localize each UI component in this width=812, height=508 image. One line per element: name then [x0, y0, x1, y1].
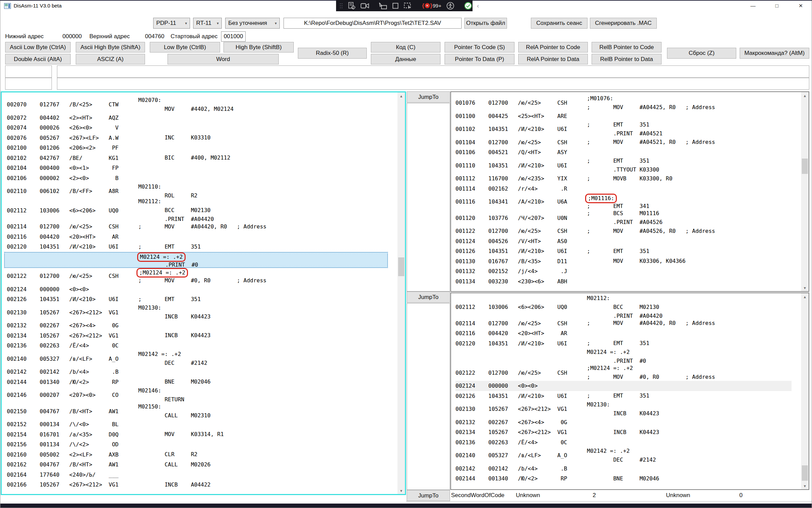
listing-row[interactable]: 002074000026<26><0>V	[7, 123, 397, 133]
listing-row[interactable]: 002140005327/в/<LF>A_OM02142 =: .+2 DEC …	[455, 447, 800, 464]
listing-row[interactable]: 002130105267<267><212>VG1M02130: INCB K0…	[455, 401, 800, 417]
listing-row[interactable]: 002142002142/b/<4>.B	[7, 367, 397, 377]
cpu-select[interactable]: PDP-11▾	[153, 18, 190, 29]
generate-mac-button[interactable]: Сгенерировать .MAC	[590, 18, 657, 29]
listing-row[interactable]: 001134003230<230><6>ABH	[455, 277, 800, 287]
region-icon[interactable]	[392, 2, 399, 9]
listing-row[interactable]: 002124000000<0><0>	[455, 381, 792, 391]
listing-row[interactable]: 002156001134/\/<2>OD	[7, 439, 397, 450]
scroll-up-icon[interactable]: ▲	[801, 92, 809, 99]
listing-row[interactable]: 002120104351/И/<210>U6I; EMT 351	[7, 242, 397, 252]
main-listing-panel[interactable]: 002070012767/B/<25>CTWM02070: MOV #4402,…	[1, 91, 406, 495]
rela-pointer-to-code-button[interactable]: RelA Pointer to Code	[518, 42, 588, 53]
listing-row[interactable]: 001100004425<25><HT>ARE	[455, 111, 800, 121]
listing-row[interactable]: 002100001206<206><2>PF	[7, 143, 397, 153]
high-byte-button[interactable]: High Byte (ShiftB)	[223, 42, 294, 53]
listing-row[interactable]: 002132002267<267><4>0G	[455, 417, 800, 428]
rela-pointer-to-data-button[interactable]: RelA Pointer to Data	[518, 54, 588, 64]
listing-row[interactable]: 001076012700/ю/<25>CSH;M01076:; MOV #A04…	[455, 95, 800, 111]
close-button[interactable]: ✕	[789, 0, 812, 11]
scroll-down-icon[interactable]: ▼	[397, 487, 405, 494]
scroll-up-icon[interactable]: ▲	[801, 293, 809, 300]
listing-row[interactable]: 002120104351/И/<210>U6I; EMT 351	[455, 339, 800, 349]
main-listing-scrollbar[interactable]: ▲ ▼	[397, 92, 405, 494]
listing-row[interactable]: 002122012700/ю/<25>CSH;M02124 =: .+2; MO…	[455, 365, 800, 381]
collapse-chevron-icon[interactable]: ‹	[477, 2, 479, 10]
listing-row[interactable]: 002134105267<267><212>VG1 INCB K04423	[7, 331, 397, 341]
ascii-low-byte-button[interactable]: Ascii Low Byte (CtrlA)	[5, 42, 71, 53]
low-byte-button[interactable]: Low Byte (CtrlB)	[150, 42, 220, 53]
pointer-to-code-button[interactable]: Pointer To Code (S)	[445, 42, 514, 53]
listing-row[interactable]: 001130016767/B/<35>D11 MOV K03306, K0436…	[455, 256, 800, 267]
jumpto-list-middle[interactable]	[407, 303, 450, 490]
listing-row[interactable]: 002166105267<267><212>VG1 INCB A04422	[7, 480, 397, 490]
scroll-down-icon[interactable]: ▼	[801, 482, 809, 489]
listing-row[interactable]: 002104000400<0><1>FP	[7, 163, 397, 173]
listing-row[interactable]: 002136002263/Ё/<4>0C	[7, 341, 397, 351]
listing-row[interactable]: 002144001340/Ю/<2>RP BNE M02046	[7, 377, 397, 387]
jumpto-button-middle[interactable]: JumpTo	[407, 292, 450, 303]
listing-row[interactable]: 001102104351/И/<210>U6I; EMT 351 .PRINT …	[455, 121, 800, 137]
listing-row[interactable]: 001112116700/ю/<235>YIX; MOVB K03300, R0	[455, 174, 800, 184]
camera-icon[interactable]	[361, 3, 369, 9]
listing-row[interactable]: 002126104351/И/<210>U6I; EMT 351	[7, 294, 397, 304]
listing-row[interactable]: 002140005327/в/<LF>A_OM02142 =: .+2 DEC …	[7, 351, 397, 367]
listing-row[interactable]: 001116104341/А/<210>U6A;M01116:; EMT 341	[455, 194, 800, 210]
listing-row[interactable]: 002106000002<2><0>B	[7, 173, 397, 183]
reset-button[interactable]: Сброс (Z)	[667, 48, 736, 59]
asciz-button[interactable]: ASCIZ (A)	[76, 54, 145, 64]
listing-row[interactable]: 001106004521/Q/<HT>ASY	[455, 147, 800, 158]
listing-row[interactable]: 001124004526/V/<HT>AS0	[455, 236, 800, 246]
scrollbar-thumb[interactable]	[802, 159, 808, 174]
reference-listing-panel-bottom[interactable]: 002112103006<6><206>UQ0M02112: BCC M0213…	[450, 293, 809, 490]
os-select[interactable]: RT-11▾	[193, 18, 222, 29]
listing-row[interactable]: 001132002152/j/<4>.J	[455, 266, 800, 277]
jumpto-button-top[interactable]: JumpTo	[407, 91, 450, 103]
check-icon[interactable]	[464, 2, 472, 10]
listing-row[interactable]: 002102042767/BE/KG1 BIC #400, M02112	[7, 153, 397, 163]
listing-row[interactable]: 002136002263/Ё/<4>0C	[455, 437, 800, 448]
double-ascii-button[interactable]: Double Ascii (AltA)	[5, 54, 71, 64]
reference-top-scrollbar[interactable]: ▲ ▼	[801, 92, 809, 291]
code-button[interactable]: Код (C)	[371, 42, 440, 53]
ascii-high-byte-button[interactable]: Ascii High Byte (ShiftA)	[76, 42, 145, 53]
open-file-button[interactable]: Открыть файл	[464, 18, 507, 29]
reference-bottom-scrollbar[interactable]: ▲ ▼	[801, 293, 809, 489]
jumpto-list-top[interactable]	[407, 103, 450, 292]
jumpto-button-bottom[interactable]: JumpTo	[407, 490, 450, 501]
start-address-input[interactable]: 001000	[221, 31, 246, 42]
scrollbar-thumb[interactable]	[398, 257, 404, 276]
accessibility-icon[interactable]	[446, 2, 454, 10]
listing-row[interactable]: 002114012700/ю/<25>CSH; MOV #A04420, R0 …	[7, 222, 397, 232]
maximize-button[interactable]: □	[765, 0, 789, 11]
cursor-select-icon[interactable]	[379, 2, 387, 10]
listing-row[interactable]: 002124000000<0><0>	[7, 284, 397, 295]
listing-row[interactable]: 002114012700/ю/<25>CSH; MOV #A04420, R0 …	[455, 318, 800, 329]
refine-select[interactable]: Без уточнения▾	[225, 18, 280, 29]
relb-pointer-to-code-button[interactable]: RelB Pointer to Code	[592, 42, 662, 53]
listing-row[interactable]: 002142002142/b/<4>.B	[455, 464, 800, 474]
listing-row[interactable]: 002152000134/\/<0>BL	[7, 419, 397, 430]
data-button[interactable]: Данные	[371, 54, 440, 64]
pointer-to-data-button[interactable]: Pointer To Data (P)	[445, 54, 514, 64]
listing-row[interactable]: 001104012700/ю/<25>CSH; MOV #A04521, R0 …	[455, 137, 800, 148]
listing-row[interactable]: 002162004767/B/<HT>AW1 CALL M02026	[7, 460, 397, 470]
radix50-button[interactable]: Radix-50 (R)	[298, 48, 367, 59]
listing-row[interactable]: 002144001340/Ю/<2>RP BNE M02046	[455, 474, 800, 484]
listing-row[interactable]: 002122012700/ю/<25>CSH;M02124 =: .+2; MO…	[7, 268, 397, 284]
listing-row[interactable]: 002150004767/B/<HT>AW1M02150: CALL M0231…	[7, 403, 397, 420]
listing-row[interactable]: 001122012700/ю/<25>CSH; MOV #A04526, R0 …	[455, 226, 800, 236]
word-button[interactable]: Word	[168, 54, 279, 64]
listing-row[interactable]: 002116004420<20><HT>AR	[7, 232, 397, 242]
relb-pointer-to-data-button[interactable]: RelB Pointer to Data	[592, 54, 662, 64]
listing-row[interactable]: 002076005267<267><LF>A.W INC K03310	[7, 133, 397, 143]
reference-listing-panel-top[interactable]: 001076012700/ю/<25>CSH;M01076:; MOV #A04…	[450, 91, 809, 292]
listing-row[interactable]: 002112103006<6><206>UQ0M02112: BCC M0213…	[7, 199, 397, 222]
listing-row[interactable]: 002146000207<207><0>COM02146: RETURN	[7, 387, 397, 403]
listing-row[interactable]: 002160005002<2><LF>AXB CLR R2	[7, 450, 397, 460]
listing-row[interactable]: 001120103776/Ч/<207>U0N; BCS M01116 .PRI…	[455, 210, 800, 226]
listing-row[interactable]: 001126104351/И/<210>U6I; EMT 351	[455, 246, 800, 256]
listing-row[interactable]: 002126104351/И/<210>U6I; EMT 351	[455, 391, 800, 401]
scrollbar-thumb[interactable]	[802, 465, 808, 481]
listing-row[interactable]: 002112103006<6><206>UQ0M02112: BCC M0213…	[455, 296, 800, 318]
